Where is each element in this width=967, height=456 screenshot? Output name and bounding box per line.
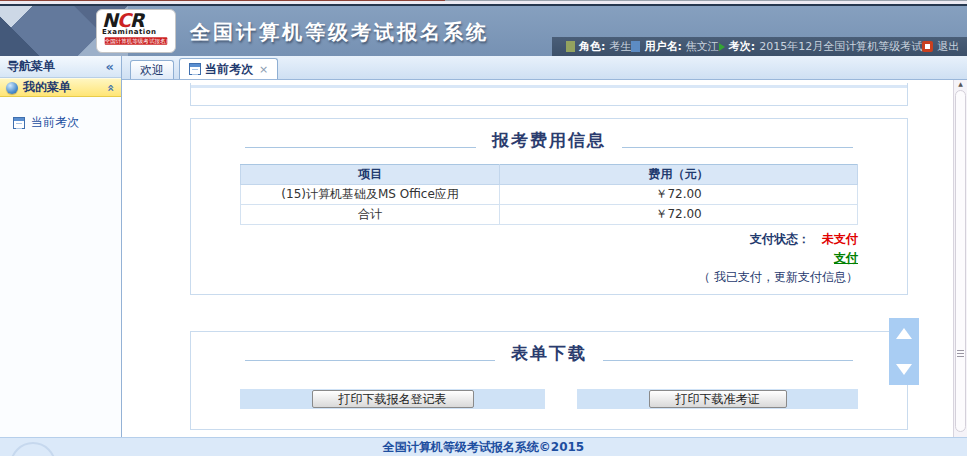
navigation-sidebar: 导航菜单 « 我的菜单 « 当前考次 bbox=[0, 56, 122, 437]
logout-button[interactable]: 退出 bbox=[922, 39, 959, 54]
logout-icon bbox=[922, 41, 933, 52]
print-admission-ticket-button[interactable]: 打印下载准考证 bbox=[649, 390, 787, 408]
page-title: 全国计算机等级考试报名系统 bbox=[190, 19, 489, 46]
role-label: 角色: bbox=[579, 39, 605, 54]
sidebar-title: 导航菜单 bbox=[7, 58, 55, 75]
page-scroll-widget bbox=[889, 318, 919, 385]
table-row: 合计 ￥72.00 bbox=[241, 205, 858, 225]
status-bar: 角色: 考生 用户名: 焦文江 考次: 2015年12月全国计算机等级考试 退出 bbox=[552, 37, 967, 56]
payment-block: 支付状态：未支付 支付 （ 我已支付，更新支付信息） bbox=[240, 230, 858, 286]
form-icon bbox=[189, 63, 201, 75]
tab-welcome-label: 欢迎 bbox=[140, 62, 164, 79]
payment-status-label: 支付状态： bbox=[750, 232, 810, 246]
page-footer: 全国计算机等级考试报名系统©2015 bbox=[0, 437, 967, 456]
sidebar-group-my-menu[interactable]: 我的菜单 « bbox=[0, 78, 121, 97]
logo-strip-text: 全国计算机等级考试报名系统 bbox=[105, 37, 168, 44]
username-label: 用户名: bbox=[644, 39, 681, 54]
tab-current-session-label: 当前考次 bbox=[205, 61, 253, 78]
vertical-scrollbar[interactable]: ▲ bbox=[953, 80, 967, 437]
print-registration-form-button[interactable]: 打印下载报名登记表 bbox=[312, 390, 474, 408]
tab-current-session[interactable]: 当前考次 × bbox=[179, 58, 278, 79]
table-row: (15)计算机基础及MS Office应用 ￥72.00 bbox=[241, 185, 858, 205]
fee-table-header-fee: 费用（元） bbox=[500, 165, 858, 185]
fee-table-header-item: 项目 bbox=[241, 165, 500, 185]
fee-section-title-text: 报考费用信息 bbox=[476, 129, 622, 152]
logo-subtitle: Examination bbox=[102, 29, 170, 36]
scrollbar-grip-icon bbox=[957, 350, 964, 357]
session-label: 考次: bbox=[729, 39, 755, 54]
fee-info-section: 报考费用信息 项目 费用（元） (15)计算机基础及MS Office应用 ￥7… bbox=[190, 118, 908, 295]
play-icon bbox=[719, 43, 725, 51]
fee-total-item: 合计 bbox=[241, 205, 500, 225]
session-value: 2015年12月全国计算机等级考试 bbox=[759, 39, 922, 54]
tab-welcome[interactable]: 欢迎 bbox=[130, 60, 174, 79]
fee-row-fee: ￥72.00 bbox=[500, 185, 858, 205]
main-content: 报考费用信息 项目 费用（元） (15)计算机基础及MS Office应用 ￥7… bbox=[122, 80, 953, 437]
role-status: 角色: 考生 bbox=[566, 39, 631, 54]
globe-icon bbox=[6, 82, 18, 94]
payment-status-line: 支付状态：未支付 bbox=[240, 230, 858, 248]
payment-status-badge: 未支付 bbox=[822, 232, 858, 246]
sidebar-header: 导航菜单 « bbox=[0, 56, 121, 78]
tab-bar: 欢迎 当前考次 × bbox=[122, 56, 967, 80]
scrollbar-thumb[interactable] bbox=[955, 90, 966, 432]
user-person-icon bbox=[631, 41, 640, 52]
session-status: 考次: 2015年12月全国计算机等级考试 bbox=[719, 39, 922, 54]
sidebar-item-label: 当前考次 bbox=[31, 114, 79, 131]
sidebar-group-label: 我的菜单 bbox=[23, 79, 71, 96]
role-person-icon bbox=[566, 41, 575, 52]
username-status: 用户名: 焦文江 bbox=[631, 39, 718, 54]
form-icon bbox=[13, 117, 25, 129]
logout-label: 退出 bbox=[937, 39, 959, 54]
fee-section-title: 报考费用信息 bbox=[245, 129, 853, 152]
role-value: 考生 bbox=[609, 39, 631, 54]
scroll-down-icon[interactable] bbox=[896, 364, 912, 375]
group-expand-icon[interactable]: « bbox=[104, 84, 118, 92]
username-value: 焦文江 bbox=[686, 39, 719, 54]
download-section-title-text: 表单下载 bbox=[495, 342, 603, 365]
sidebar-collapse-icon[interactable]: « bbox=[106, 59, 114, 74]
remnant-row-line bbox=[191, 85, 907, 88]
footer-decorative-arc bbox=[10, 442, 56, 456]
scroll-up-icon[interactable] bbox=[896, 328, 912, 339]
ncre-logo: NCR Examination 全国计算机等级考试报名系统 bbox=[96, 9, 176, 53]
update-payment-link[interactable]: （ 我已支付，更新支付信息） bbox=[698, 268, 858, 286]
previous-section-remnant bbox=[190, 83, 908, 106]
form-download-section: 表单下载 打印下载报名登记表 打印下载准考证 bbox=[190, 331, 908, 430]
download-button-band: 打印下载报名登记表 打印下载准考证 bbox=[240, 389, 858, 409]
fee-table-header-row: 项目 费用（元） bbox=[241, 165, 858, 185]
download-section-title: 表单下载 bbox=[245, 342, 853, 365]
logo-ncr-text: NCR bbox=[102, 11, 170, 29]
fee-total-fee: ￥72.00 bbox=[500, 205, 858, 225]
sidebar-item-current-session[interactable]: 当前考次 bbox=[13, 114, 121, 131]
fee-table: 项目 费用（元） (15)计算机基础及MS Office应用 ￥72.00 合计… bbox=[240, 164, 858, 225]
footer-text: 全国计算机等级考试报名系统©2015 bbox=[383, 440, 584, 454]
fee-row-item: (15)计算机基础及MS Office应用 bbox=[241, 185, 500, 205]
pay-link[interactable]: 支付 bbox=[834, 249, 858, 267]
tab-close-icon[interactable]: × bbox=[259, 63, 268, 76]
scrollbar-up-arrow-icon[interactable]: ▲ bbox=[954, 80, 967, 88]
